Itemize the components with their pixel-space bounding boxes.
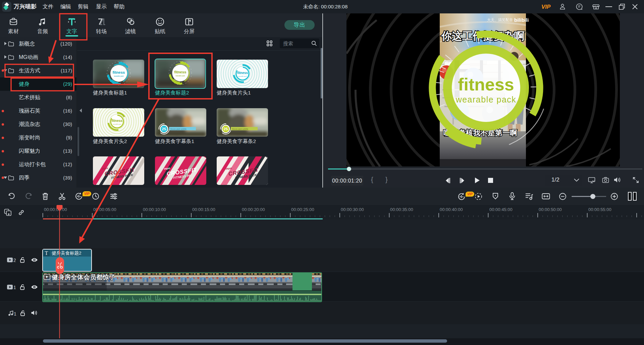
svg-text:wearable pack: wearable pack: [113, 123, 121, 125]
svg-text:fitness: fitness: [112, 119, 123, 123]
svg-text:wearable pack: wearable pack: [176, 75, 185, 77]
svg-text:健身房全体会员都惊了: 健身房全体会员都惊了: [51, 274, 115, 281]
svg-text:1: 1: [14, 311, 16, 317]
svg-text:wearable pack: wearable pack: [238, 75, 247, 77]
svg-text:大天、搞笑配音: 大天、搞笑配音: [487, 18, 513, 22]
svg-text:1: 1: [13, 285, 16, 290]
svg-text:fitness: fitness: [174, 70, 186, 74]
svg-text:fitness: fitness: [112, 70, 125, 74]
svg-text:wearable pack: wearable pack: [114, 75, 124, 77]
svg-text:25: 25: [162, 127, 166, 131]
svg-text:bilibili: bilibili: [514, 17, 529, 23]
svg-text:fitness: fitness: [237, 71, 248, 75]
svg-text:fitness pack subtitle: fitness pack subtitle: [232, 128, 248, 130]
svg-text:fitness pack subtitle: fitness pack subtitle: [170, 128, 186, 130]
svg-text:2: 2: [13, 258, 16, 263]
svg-text:25: 25: [224, 127, 228, 131]
svg-text:fitness: fitness: [458, 75, 514, 94]
svg-text:wearable pack: wearable pack: [455, 95, 517, 104]
